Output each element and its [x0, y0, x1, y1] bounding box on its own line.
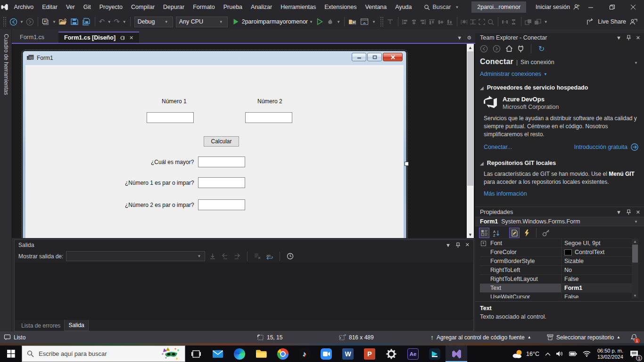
- output-content[interactable]: [15, 263, 473, 320]
- property-row-righttoleftlayout[interactable]: RightToLeftLayoutFalse: [480, 275, 632, 284]
- label-num1-par-impar[interactable]: ¿Número 1 es par o impar?: [125, 180, 194, 186]
- manage-connections-link[interactable]: Administrar conexiones ▼: [475, 68, 644, 80]
- button-calcular[interactable]: Calcular: [204, 136, 239, 147]
- forward-icon[interactable]: [493, 45, 501, 53]
- find-in-files-icon[interactable]: [347, 16, 358, 27]
- label-num2-par-impar[interactable]: ¿Número 2 es par o impar?: [125, 202, 194, 208]
- menu-ventana[interactable]: Ventana: [361, 0, 391, 14]
- chevron-down-icon[interactable]: ▼: [543, 20, 549, 24]
- after-effects-app-icon[interactable]: Ae: [402, 346, 424, 362]
- chevron-down-icon[interactable]: ▼: [371, 20, 377, 24]
- events-button[interactable]: [521, 228, 532, 238]
- chrome-browser-icon[interactable]: [272, 346, 294, 362]
- chevron-down-icon[interactable]: ▼: [633, 61, 639, 65]
- word-app-icon[interactable]: W: [337, 346, 359, 362]
- vertical-spacing-icon[interactable]: [510, 16, 519, 27]
- chevron-down-icon[interactable]: ▼: [51, 20, 58, 24]
- tab-form1-cs[interactable]: Form1.cs: [14, 32, 50, 43]
- tiktok-app-icon[interactable]: ♪: [294, 346, 315, 362]
- navigate-back-button[interactable]: [8, 16, 18, 27]
- menu-editar[interactable]: Editar: [38, 0, 62, 14]
- mail-app-icon[interactable]: [207, 346, 229, 362]
- intro-link[interactable]: Introducción gratuita: [574, 143, 638, 151]
- alphabetical-sort-button[interactable]: AZ: [491, 228, 502, 238]
- sign-in-button[interactable]: Iniciar sesión: [536, 4, 580, 10]
- pin-icon[interactable]: [627, 209, 631, 215]
- properties-scrollbar[interactable]: ▲ ▼: [632, 239, 638, 298]
- restore-button[interactable]: [602, 0, 623, 14]
- save-all-button[interactable]: [80, 16, 92, 27]
- home-icon[interactable]: [505, 45, 513, 52]
- design-form-titlebar[interactable]: Form1: [23, 51, 406, 65]
- wifi-icon[interactable]: [580, 346, 594, 362]
- close-button[interactable]: [623, 0, 644, 14]
- show-hidden-icons-button[interactable]: [542, 346, 553, 362]
- align-top-icon[interactable]: [428, 16, 437, 27]
- pin-icon[interactable]: [120, 35, 125, 41]
- align-center-icon[interactable]: [410, 16, 419, 27]
- visual-studio-taskbar-icon[interactable]: [446, 346, 467, 362]
- design-form-window[interactable]: Form1 Número 1 Número 2 Calcular ¿Cuál e…: [23, 51, 406, 238]
- new-project-button[interactable]: ✦: [41, 16, 51, 27]
- property-grid[interactable]: Font+Segoe UI, 9ptForeColorControlTextFo…: [480, 239, 632, 298]
- toolbar-grip[interactable]: [380, 16, 384, 27]
- property-row-text[interactable]: TextForm1: [480, 284, 632, 293]
- scrollbar-thumb[interactable]: [632, 245, 638, 263]
- active-files-dropdown-icon[interactable]: ▼: [457, 35, 462, 41]
- refresh-icon[interactable]: ↻: [538, 44, 545, 53]
- start-without-debugging-button[interactable]: [314, 16, 326, 27]
- menu-prueba[interactable]: Prueba: [219, 0, 247, 14]
- select-repository-button[interactable]: Seleccionar repositorio ▲: [547, 334, 620, 341]
- settings-gear-icon[interactable]: [380, 346, 402, 362]
- scroll-up-icon[interactable]: ▲: [632, 239, 638, 244]
- plug-icon[interactable]: [518, 45, 524, 53]
- align-right-icon[interactable]: [419, 16, 428, 27]
- menu-depurar[interactable]: Depurar: [159, 0, 189, 14]
- menu-ayuda[interactable]: Ayuda: [391, 0, 416, 14]
- menu-compilar[interactable]: Compilar: [127, 0, 159, 14]
- window-position-dropdown-icon[interactable]: ▼: [616, 35, 621, 41]
- textbox-par2[interactable]: [198, 199, 245, 210]
- menu-archivo[interactable]: Archivo: [10, 0, 38, 14]
- window-position-dropdown-icon[interactable]: ▼: [446, 242, 451, 248]
- property-pages-button[interactable]: [541, 228, 551, 238]
- scroll-down-icon[interactable]: ▼: [467, 231, 474, 238]
- notifications-bell[interactable]: 1: [630, 334, 638, 341]
- property-row-font[interactable]: Font+Segoe UI, 9pt: [480, 239, 632, 248]
- menu-herramientas[interactable]: Herramientas: [276, 0, 320, 14]
- start-button[interactable]: [0, 346, 22, 362]
- search-box[interactable]: Buscar ▼: [424, 4, 461, 10]
- label-numero2[interactable]: Número 2: [257, 98, 282, 105]
- start-debugging-button[interactable]: 2paroimparmayoromenor ▼: [233, 18, 314, 25]
- section-local-git[interactable]: ◢ Repositorios GIT locales: [475, 156, 644, 167]
- zoom-app-icon[interactable]: [315, 346, 337, 362]
- align-bottom-icon[interactable]: [446, 16, 454, 27]
- toolbox-tab[interactable]: Cuadro de herramientas: [0, 29, 12, 331]
- tab-form1-design[interactable]: Form1.cs [Diseño] ✕: [58, 32, 139, 43]
- categorized-view-button[interactable]: [479, 228, 489, 238]
- tab-settings-gear-icon[interactable]: ⚙: [467, 35, 471, 41]
- powerpoint-app-icon[interactable]: P: [359, 346, 380, 362]
- align-middle-icon[interactable]: [437, 16, 446, 27]
- label-numero1[interactable]: Número 1: [162, 98, 187, 105]
- expand-icon[interactable]: [478, 16, 487, 27]
- send-to-back-icon[interactable]: [533, 16, 543, 27]
- section-hosted-providers[interactable]: ◢ Proveedores de servicio hospedado: [475, 80, 644, 92]
- property-row-righttoleft[interactable]: RightToLeftNo: [480, 266, 632, 275]
- file-explorer-icon[interactable]: [250, 346, 272, 362]
- align-left-icon[interactable]: [401, 16, 410, 27]
- configuration-dropdown[interactable]: Debug▼: [134, 16, 173, 27]
- menu-extensiones[interactable]: Extensiones: [320, 0, 361, 14]
- chevron-down-icon[interactable]: ▼: [106, 20, 113, 24]
- close-panel-icon[interactable]: ✕: [636, 209, 640, 215]
- textbox-par1[interactable]: [198, 177, 245, 188]
- design-form-client-area[interactable]: Número 1 Número 2 Calcular ¿Cuál es mayo…: [25, 65, 404, 238]
- undo-button[interactable]: ↶: [98, 16, 106, 27]
- toolbar-grip[interactable]: [3, 16, 7, 27]
- close-panel-icon[interactable]: ✕: [636, 35, 640, 41]
- scroll-down-icon[interactable]: ▼: [632, 293, 638, 298]
- chevron-down-icon[interactable]: ▼: [121, 20, 128, 24]
- window-position-dropdown-icon[interactable]: ▼: [616, 209, 621, 215]
- designer-vertical-scrollbar[interactable]: ▲ ▼: [467, 44, 474, 238]
- menu-ver[interactable]: Ver: [62, 0, 79, 14]
